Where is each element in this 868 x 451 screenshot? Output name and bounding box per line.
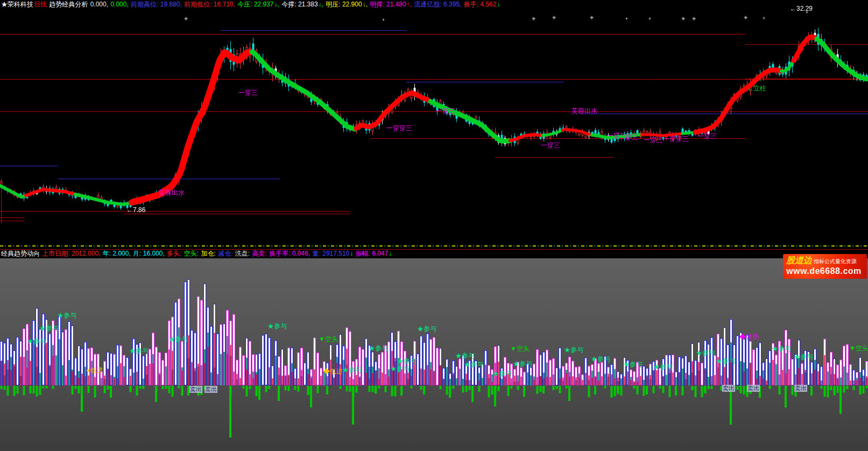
candle-marker: ✳ [590, 16, 594, 20]
indicator-annotation: ★参与 [267, 323, 287, 329]
indicator-field: 加仓: [201, 250, 218, 257]
chart-annotation: ←32.29 [790, 5, 813, 12]
indicator-annotation: ★参与 [564, 347, 583, 353]
header-field: 趋势经典分析 [47, 1, 90, 8]
indicator-annotation: ★参与 [591, 356, 610, 362]
indicator-annotation: ★参与 [417, 326, 436, 332]
indicator-annotation: ▼空头 [319, 336, 338, 342]
candle-marker: + [763, 16, 765, 21]
header-field: ↓, [319, 1, 326, 8]
indicator-annotation: ★参与 [513, 361, 532, 367]
indicator-field: 换手率: 0.046, [269, 250, 312, 257]
candle-marker: + [382, 18, 385, 23]
chart-annotation: 一穿穿三 [663, 136, 689, 142]
indicator-annotation: ★参与 [623, 361, 643, 368]
indicator-annotation: ★参与 [455, 353, 475, 359]
header-field: 今压: 22.937 [237, 1, 273, 8]
indicator-field: 量: 2917.510 [313, 250, 350, 257]
main-chart-header: ★荣科科技日线 趋势经典分析 0.000, 0.000, 前期高位: 19.68… [1, 0, 868, 10]
indicator-field: 上市日期: 2012.000, [42, 250, 102, 257]
chart-annotation: 一穿三 [238, 89, 258, 96]
indicator-annotation: ▼空头 [510, 346, 530, 352]
indicator-field: 多头: [167, 250, 184, 257]
indicator-annotation: ★参与 [369, 345, 388, 351]
trade-signal-box: 卖出 [794, 385, 807, 392]
chart-annotation: 芙蓉出水 [159, 189, 185, 196]
candle-marker: ✳ [692, 17, 696, 22]
watermark-logo: 股道边指标公式量化资源 www.de6688.com [783, 254, 867, 279]
trade-signal-box: 卖出 [722, 385, 735, 392]
indicator-annotation: ★参与 [464, 361, 483, 368]
chart-annotation: ←7.86 [126, 207, 145, 213]
indicator-field: 空头: [184, 250, 201, 257]
header-field: 换手: 4.562 [464, 1, 497, 8]
indicator-header: 经典趋势动向 上市日期: 2012.000, 年: 2.000, 月: 16.0… [1, 250, 868, 258]
header-field: 明压: 22.900 [326, 1, 362, 8]
indicator-field: 经典趋势动向 [1, 250, 41, 257]
indicator-annotation: ★参与 [390, 365, 410, 372]
indicator-annotation: ★参与 [794, 354, 813, 360]
indicator-annotation: ★参与 [653, 364, 673, 370]
chart-annotation: 一穿穿三 [386, 125, 412, 131]
indicator-field: 高卖: [252, 250, 269, 257]
indicator-field: 减仓: [218, 250, 235, 257]
header-field: 今撑: 21.383 [281, 1, 317, 8]
header-field: ↓, [363, 1, 370, 8]
chart-annotation: 一穿三 [541, 142, 560, 149]
indicator-field: ↓ [350, 250, 355, 257]
chart-annotation: 一穿三 [436, 108, 455, 114]
candle-marker: + [625, 17, 628, 22]
header-field: 0.000, [110, 1, 130, 8]
trade-signal-box: 卖出 [189, 386, 202, 393]
candle-marker: + [806, 10, 808, 15]
indicator-annotation: ★参与 [492, 370, 512, 377]
indicator-canvas[interactable] [0, 258, 868, 451]
logo-brand: 股道边 [786, 256, 812, 265]
logo-line1: 股道边指标公式量化资源 [786, 255, 865, 266]
indicator-annotation: ★参与 [716, 358, 735, 364]
candle-marker: ✳ [744, 16, 748, 20]
header-field: 前期低位: 16.710, [184, 1, 237, 8]
header-field: 日线 [34, 1, 47, 8]
indicator-annotation: ★参与 [57, 312, 76, 319]
chart-annotation: ←立柱 [747, 85, 766, 91]
header-field: 前期高位: 19.680, [131, 1, 184, 8]
header-field: ↑, [407, 1, 414, 8]
candle-marker: ✳ [532, 17, 536, 22]
app-window: ★荣科科技日线 趋势经典分析 0.000, 0.000, 前期高位: 19.68… [0, 0, 868, 451]
indicator-annotation: ★参与 [696, 350, 715, 356]
panel-divider[interactable] [0, 245, 868, 246]
indicator-annotation: ★参与 [129, 348, 149, 354]
chart-annotation: 穿三 [625, 134, 638, 140]
candle-marker: + [648, 17, 651, 22]
indicator-annotation: ★参与 [772, 346, 791, 352]
indicator-annotation: ★参与 [168, 336, 188, 342]
indicator-field: 振幅: 6.047 [356, 250, 389, 257]
trade-signal-box: 卖出 [747, 385, 760, 392]
indicator-field: ↓ [389, 250, 392, 257]
logo-url: www.de6688.com [786, 266, 865, 276]
main-chart[interactable]: ←7.86一穿三芙蓉出水一穿穿三一穿三一穿三芙蓉出水一穿三穿三一穿三一穿穿三一穿… [0, 10, 868, 245]
indicator-field: 年: 2.000, [103, 250, 132, 257]
candle-marker: ✳ [681, 17, 686, 22]
indicator-field: 月: 16.000, [133, 250, 166, 257]
indicator-annotation: ▼空头 [849, 345, 868, 351]
header-field: 明撑: 21.480 [370, 1, 406, 8]
indicator-panel[interactable]: ★参与★参与★参与●低进★参与★参与★参与▼空头◆低进★参与★参与★参与★参与★… [0, 258, 868, 451]
chart-annotation: 一穿三 [697, 133, 717, 139]
indicator-annotation: ◆强势 [739, 334, 759, 340]
indicator-annotation: ●低进 [86, 367, 103, 374]
indicator-annotation: ★参与 [27, 338, 46, 344]
indicator-annotation: ★参与 [39, 325, 59, 332]
header-field: 0.000, [90, 1, 110, 8]
chart-annotation: 一穿三 [607, 132, 626, 139]
chart-annotation: 芙蓉出水 [571, 108, 597, 114]
header-field: ↓ [497, 1, 500, 8]
candle-marker: ✳ [184, 17, 188, 22]
indicator-annotation: ★参与 [397, 358, 417, 364]
header-field: ↓, [274, 1, 281, 8]
logo-tagline: 指标公式量化资源 [814, 258, 857, 264]
trade-signal-box: 卖出 [204, 386, 217, 393]
indicator-field: 洗盘: [235, 250, 252, 257]
candle-marker: ✳ [552, 16, 556, 20]
